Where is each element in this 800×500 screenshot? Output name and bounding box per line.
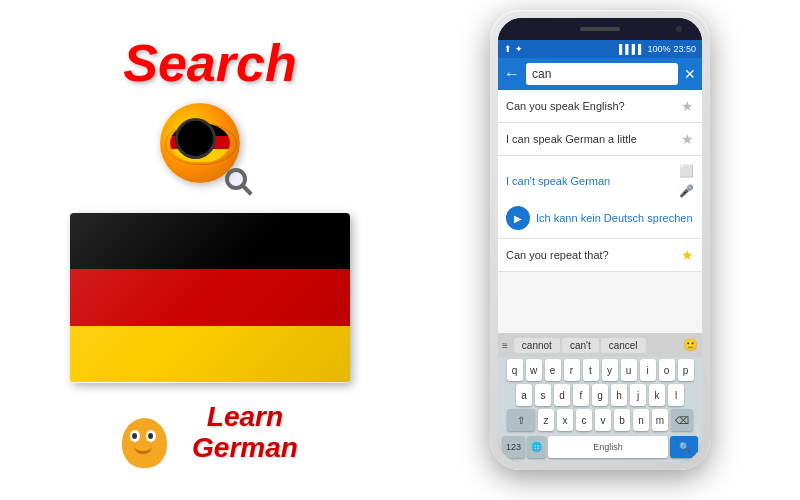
key-i[interactable]: i (640, 359, 656, 381)
key-f[interactable]: f (573, 384, 589, 406)
copy-icon[interactable]: ⬜ (679, 164, 694, 178)
key-c[interactable]: c (576, 409, 592, 431)
key-h[interactable]: h (611, 384, 627, 406)
key-g[interactable]: g (592, 384, 608, 406)
key-backspace[interactable]: ⌫ (671, 409, 693, 431)
keyboard: q w e r t y u i o p a s (498, 357, 702, 462)
translation-row: ▶ Ich kann kein Deutsch sprechen (506, 206, 694, 230)
key-globe[interactable]: 🌐 (527, 436, 546, 458)
key-e[interactable]: e (545, 359, 561, 381)
mascot-eye-right (146, 430, 156, 442)
key-b[interactable]: b (614, 409, 630, 431)
result-item[interactable]: Can you repeat that? ★ (498, 239, 702, 272)
key-search[interactable]: 🔍 (670, 436, 698, 458)
learn-label-line1: Learn (192, 402, 298, 433)
status-right: ▌▌▌▌ 100% 23:50 (619, 44, 696, 54)
key-row-2: a s d f g h j k l (500, 384, 700, 406)
key-j[interactable]: j (630, 384, 646, 406)
mascot-pupil-left (132, 433, 137, 439)
wifi-icon: ✦ (515, 44, 523, 54)
result-item[interactable]: Can you speak English? ★ (498, 90, 702, 123)
mascot-pupil-right (148, 433, 153, 439)
key-row-3: ⇧ z x c v b n m ⌫ (500, 409, 700, 431)
phone-container: ⬆ ✦ ▌▌▌▌ 100% 23:50 ← can ✕ (420, 10, 780, 490)
learn-section: Learn German (122, 398, 298, 468)
result-item-expanded[interactable]: I can't speak German ⬜ 🎤 ▶ Ich kann kein… (498, 156, 702, 239)
star-icon[interactable]: ★ (681, 131, 694, 147)
suggestion-cant[interactable]: can't (562, 338, 599, 353)
clear-search-button[interactable]: ✕ (684, 66, 696, 82)
phone-inner: ⬆ ✦ ▌▌▌▌ 100% 23:50 ← can ✕ (498, 18, 702, 462)
magnifier-icon (225, 168, 260, 203)
suggestion-cannot[interactable]: cannot (514, 338, 560, 353)
learn-label-line2: German (192, 433, 298, 464)
key-q[interactable]: q (507, 359, 523, 381)
flag-stripe-red (70, 269, 350, 326)
keyboard-bottom-row: 123 🌐 English 🔍 (500, 434, 700, 460)
key-numbers[interactable]: 123 (502, 436, 525, 458)
phone-speaker (580, 27, 620, 31)
key-d[interactable]: d (554, 384, 570, 406)
phone-camera (676, 26, 682, 32)
action-icons: ⬜ 🎤 (679, 164, 694, 198)
key-y[interactable]: y (602, 359, 618, 381)
phone-top-bezel (498, 18, 702, 40)
play-button[interactable]: ▶ (506, 206, 530, 230)
emoji-button[interactable]: 🙂 (683, 338, 698, 352)
key-o[interactable]: o (659, 359, 675, 381)
search-query: can (532, 67, 551, 81)
search-bar: ← can ✕ (498, 58, 702, 90)
signal-bars: ▌▌▌▌ (619, 44, 645, 54)
key-a[interactable]: a (516, 384, 532, 406)
flag-stripe-gold (70, 326, 350, 383)
key-z[interactable]: z (538, 409, 554, 431)
star-icon-filled[interactable]: ★ (681, 247, 694, 263)
result-item[interactable]: I can speak German a little ★ (498, 123, 702, 156)
key-t[interactable]: t (583, 359, 599, 381)
globe-magnifier (160, 103, 260, 203)
battery-level: 100% (647, 44, 670, 54)
key-x[interactable]: x (557, 409, 573, 431)
key-row-1: q w e r t y u i o p (500, 359, 700, 381)
key-m[interactable]: m (652, 409, 668, 431)
result-text: Can you repeat that? (506, 249, 681, 261)
key-n[interactable]: n (633, 409, 649, 431)
key-spacebar[interactable]: English (548, 436, 668, 458)
menu-dots[interactable]: ≡ (502, 340, 508, 351)
flag-stripe-black (70, 213, 350, 270)
search-title: Search (123, 33, 296, 93)
suggestion-cancel[interactable]: cancel (601, 338, 646, 353)
time-display: 23:50 (673, 44, 696, 54)
results-list: Can you speak English? ★ I can speak Ger… (498, 90, 702, 333)
key-u[interactable]: u (621, 359, 637, 381)
mascot-mouth (134, 446, 152, 454)
key-r[interactable]: r (564, 359, 580, 381)
mic-icon[interactable]: 🎤 (679, 184, 694, 198)
usb-icon: ⬆ (504, 44, 512, 54)
keyboard-suggestions: ≡ cannot can't cancel 🙂 (498, 333, 702, 357)
translation-content: ▶ Ich kann kein Deutsch sprechen (498, 202, 702, 239)
result-text: I can speak German a little (506, 133, 681, 145)
star-icon[interactable]: ★ (681, 98, 694, 114)
back-button[interactable]: ← (504, 65, 520, 83)
mascot-body (122, 418, 167, 468)
german-flag (70, 213, 350, 383)
mascot-eye-left (130, 430, 140, 442)
search-input[interactable]: can (526, 63, 678, 85)
left-panel: Search (0, 0, 420, 500)
key-v[interactable]: v (595, 409, 611, 431)
mascot (122, 398, 182, 468)
phone-screen: ⬆ ✦ ▌▌▌▌ 100% 23:50 ← can ✕ (498, 40, 702, 462)
status-bar: ⬆ ✦ ▌▌▌▌ 100% 23:50 (498, 40, 702, 58)
learn-text: Learn German (192, 402, 298, 464)
phone-outer: ⬆ ✦ ▌▌▌▌ 100% 23:50 ← can ✕ (490, 10, 710, 470)
key-l[interactable]: l (668, 384, 684, 406)
result-text-expanded: I can't speak German (506, 175, 679, 187)
key-k[interactable]: k (649, 384, 665, 406)
translation-text: Ich kann kein Deutsch sprechen (536, 212, 693, 224)
key-shift[interactable]: ⇧ (507, 409, 535, 431)
result-text: Can you speak English? (506, 100, 681, 112)
key-p[interactable]: p (678, 359, 694, 381)
key-w[interactable]: w (526, 359, 542, 381)
key-s[interactable]: s (535, 384, 551, 406)
